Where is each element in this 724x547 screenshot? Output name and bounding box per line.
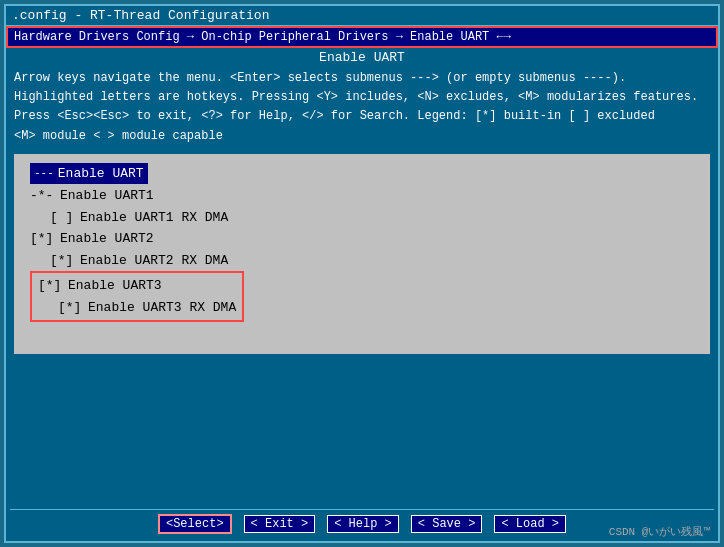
save-btn-label[interactable]: < Save > — [411, 515, 483, 533]
menu-marker: [ ] — [50, 208, 80, 228]
menu-item-label: Enable UART1 — [60, 186, 154, 206]
help-line3: Press <Esc><Esc> to exit, <?> for Help, … — [14, 107, 710, 126]
select-btn-label[interactable]: <Select> — [158, 514, 232, 534]
help-line2: Highlighted letters are hotkeys. Pressin… — [14, 88, 710, 107]
menu-item-enable-uart1-rx-dma[interactable]: [ ] Enable UART1 RX DMA — [30, 207, 694, 229]
save-button[interactable]: < Save > — [411, 515, 483, 533]
menu-item-enable-uart3[interactable]: [*] Enable UART3 — [38, 275, 236, 297]
breadcrumb-text: Hardware Drivers Config → On-chip Periph… — [14, 30, 511, 44]
page-title: Enable UART — [6, 48, 718, 69]
breadcrumb-bar: Hardware Drivers Config → On-chip Periph… — [6, 26, 718, 48]
help-button[interactable]: < Help > — [327, 515, 399, 533]
title-text: .config - RT-Thread Configuration — [12, 8, 269, 23]
menu-item-enable-uart2-rx-dma[interactable]: [*] Enable UART2 RX DMA — [30, 250, 694, 272]
menu-item-enable-uart3-rx-dma[interactable]: [*] Enable UART3 RX DMA — [38, 297, 236, 319]
exit-btn-label[interactable]: < Exit > — [244, 515, 316, 533]
menu-item-label: Enable UART — [58, 164, 144, 184]
help-line1: Arrow keys navigate the menu. <Enter> se… — [14, 69, 710, 88]
menu-item-enable-uart2[interactable]: [*] Enable UART2 — [30, 228, 694, 250]
load-button[interactable]: < Load > — [494, 515, 566, 533]
menu-item-label: Enable UART3 — [68, 276, 162, 296]
menu-marker-icon: --- — [34, 165, 54, 182]
watermark: CSDN @いがい残風™ — [609, 524, 710, 539]
select-button[interactable]: <Select> — [158, 514, 232, 534]
help-text: Arrow keys navigate the menu. <Enter> se… — [6, 69, 718, 150]
menu-item-label: Enable UART2 — [60, 229, 154, 249]
help-btn-label[interactable]: < Help > — [327, 515, 399, 533]
menu-marker: -*- — [30, 186, 60, 206]
exit-button[interactable]: < Exit > — [244, 515, 316, 533]
help-line4: <M> module < > module capable — [14, 127, 710, 146]
title-bar: .config - RT-Thread Configuration — [6, 6, 718, 26]
menu-item-label: Enable UART2 RX DMA — [80, 251, 228, 271]
menu-item-label: Enable UART3 RX DMA — [88, 298, 236, 318]
menu-marker: [*] — [30, 229, 60, 249]
menu-area: --- Enable UART -*- Enable UART1 [ ] Ena… — [14, 154, 710, 354]
menu-marker: [*] — [38, 276, 68, 296]
menu-item-enable-uart[interactable]: --- Enable UART — [30, 162, 694, 186]
menu-marker: [*] — [58, 298, 88, 318]
menu-item-label: Enable UART1 RX DMA — [80, 208, 228, 228]
uart3-highlighted-group: [*] Enable UART3 [*] Enable UART3 RX DMA — [30, 271, 244, 322]
load-btn-label[interactable]: < Load > — [494, 515, 566, 533]
menu-item-enable-uart1[interactable]: -*- Enable UART1 — [30, 185, 694, 207]
menu-marker: [*] — [50, 251, 80, 271]
